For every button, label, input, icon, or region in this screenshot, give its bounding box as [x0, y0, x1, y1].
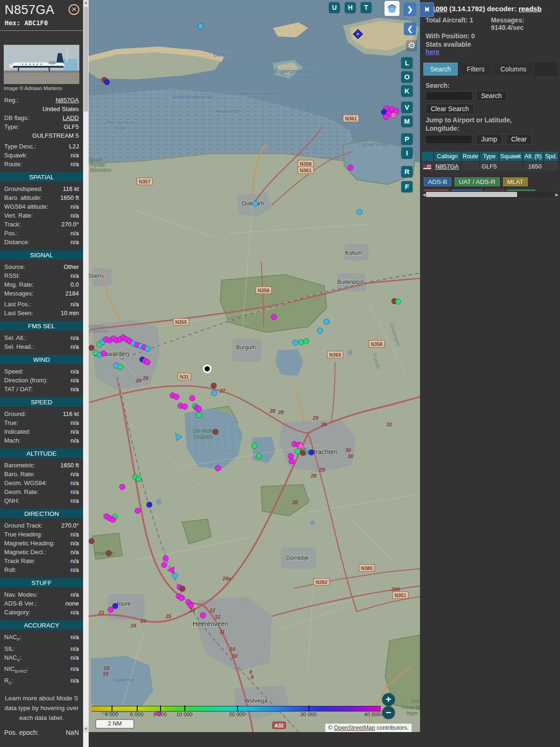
trail-dot[interactable]: [147, 502, 152, 507]
trail-dot[interactable]: [308, 450, 314, 455]
hscroll-thumb[interactable]: [426, 192, 517, 197]
tab-filters[interactable]: Filters: [460, 63, 491, 76]
search-button[interactable]: Search: [476, 91, 507, 101]
trail-dot[interactable]: [119, 484, 125, 490]
zoom-in-button[interactable]: +: [382, 693, 395, 706]
trail-dot[interactable]: [303, 338, 309, 344]
info-link[interactable]: LADD: [63, 114, 79, 121]
map-button-l[interactable]: L: [401, 57, 413, 69]
trail-dot[interactable]: [252, 201, 258, 206]
trail-dot[interactable]: [348, 165, 353, 170]
map-button-h[interactable]: H: [345, 2, 356, 13]
jump-button[interactable]: Jump: [476, 134, 502, 144]
column-header-Squawk[interactable]: Squawk: [499, 152, 522, 161]
trail-dot[interactable]: [182, 404, 188, 409]
trail-dot[interactable]: [256, 453, 262, 459]
trail-dot[interactable]: [136, 476, 141, 482]
map-button-p[interactable]: P: [401, 134, 413, 145]
trail-dot[interactable]: [211, 390, 217, 396]
stats-here-link[interactable]: here: [426, 48, 555, 56]
trail-dot[interactable]: [317, 328, 323, 333]
trail-dot[interactable]: [271, 314, 277, 320]
sidebar-scrollbar[interactable]: ▲ ▼: [83, 0, 89, 747]
selected-aircraft-marker[interactable]: [204, 366, 211, 373]
trail-dot[interactable]: [395, 299, 401, 304]
trail-dot[interactable]: [189, 395, 195, 401]
tab-columns[interactable]: Columns: [493, 63, 533, 76]
column-header-Callsign[interactable]: Callsign: [434, 152, 461, 161]
scroll-left-icon[interactable]: ◀: [422, 192, 426, 197]
search-input[interactable]: [426, 92, 472, 100]
trail-dot[interactable]: [106, 550, 112, 556]
trail-dot[interactable]: [172, 573, 178, 578]
trail-dot[interactable]: [89, 345, 94, 351]
panel-toggle-button[interactable]: [420, 2, 434, 17]
trail-dot[interactable]: [104, 79, 110, 85]
filter-chip-uat-ads-r[interactable]: UAT / ADS-R: [455, 177, 499, 186]
trail-dot[interactable]: [118, 364, 123, 370]
trail-dot[interactable]: [357, 209, 362, 215]
trail-dot[interactable]: [180, 586, 185, 592]
filter-chip-mlat[interactable]: MLAT: [503, 177, 528, 186]
osm-link[interactable]: OpenStreetMap: [334, 725, 375, 731]
trail-dot[interactable]: [101, 351, 106, 356]
trail-dot[interactable]: [293, 340, 298, 345]
map-button-i[interactable]: I: [401, 148, 413, 159]
trail-dot[interactable]: [300, 450, 306, 456]
filter-chip-ads-b[interactable]: ADS-B: [424, 177, 451, 186]
jump-clear-button[interactable]: Clear: [506, 134, 532, 144]
column-header-icon[interactable]: [422, 152, 433, 161]
scroll-up-icon[interactable]: ▲: [83, 0, 89, 6]
trail-dot[interactable]: [252, 443, 257, 449]
info-link[interactable]: N857GA: [56, 97, 79, 104]
callsign-link[interactable]: N857GA: [435, 163, 459, 170]
scrollbar-thumb[interactable]: [84, 7, 88, 112]
trail-dot[interactable]: [211, 383, 217, 388]
map-button-k[interactable]: K: [401, 85, 413, 97]
map[interactable]: 2626272828292931303029292826a25242423261…: [89, 0, 420, 732]
trail-dot[interactable]: [174, 394, 179, 400]
map-button-r[interactable]: R: [401, 166, 413, 177]
readsb-link[interactable]: readsb: [518, 5, 541, 13]
trail-dot[interactable]: [135, 508, 140, 514]
trail-dot[interactable]: [213, 429, 218, 435]
trail-dot[interactable]: [295, 449, 301, 454]
trail-dot[interactable]: [324, 319, 329, 324]
trail-dot[interactable]: [391, 113, 396, 118]
map-button-u[interactable]: U: [329, 2, 340, 13]
trail-dot[interactable]: [145, 346, 150, 352]
column-header-Route[interactable]: Route: [462, 152, 479, 161]
column-header-Type[interactable]: Type: [480, 152, 498, 161]
trail-dot[interactable]: [196, 406, 202, 412]
aircraft-photo[interactable]: [4, 45, 79, 84]
column-header-Spd.[interactable]: Spd.: [544, 152, 558, 161]
trail-dot[interactable]: [108, 607, 113, 613]
trail-dot[interactable]: [288, 453, 294, 459]
scroll-right-icon[interactable]: ▶: [555, 192, 559, 197]
map-button-o[interactable]: O: [401, 71, 413, 83]
scroll-down-icon[interactable]: ▼: [83, 726, 89, 732]
map-button-m[interactable]: M: [401, 116, 413, 127]
trail-dot[interactable]: [298, 339, 304, 345]
trail-dot[interactable]: [163, 556, 168, 561]
layers-icon[interactable]: [385, 1, 399, 16]
map-button-v[interactable]: V: [401, 102, 413, 113]
trail-dot[interactable]: [145, 359, 150, 365]
table-row[interactable]: N857GAGLF51650: [422, 162, 558, 171]
column-header-Alt. (ft)[interactable]: Alt. (ft): [523, 152, 543, 161]
jump-input[interactable]: [426, 135, 472, 144]
zoom-out-button[interactable]: −: [382, 706, 395, 719]
trail-dot[interactable]: [110, 517, 116, 522]
horizontal-scrollbar[interactable]: ◀ ▶: [421, 191, 560, 198]
sidebar-expand-icon[interactable]: ❯: [404, 3, 416, 15]
close-icon[interactable]: ✕: [69, 4, 79, 15]
trail-dot[interactable]: [89, 538, 94, 544]
trail-dot[interactable]: [112, 603, 118, 609]
sidebar-collapse-icon[interactable]: ❮: [404, 23, 416, 35]
trail-dot[interactable]: [161, 562, 167, 568]
map-button-f[interactable]: F: [401, 181, 413, 192]
tab-search[interactable]: Search: [423, 63, 458, 76]
trail-dot[interactable]: [289, 458, 294, 464]
trail-dot[interactable]: [215, 465, 221, 471]
trail-dot[interactable]: [179, 595, 184, 601]
